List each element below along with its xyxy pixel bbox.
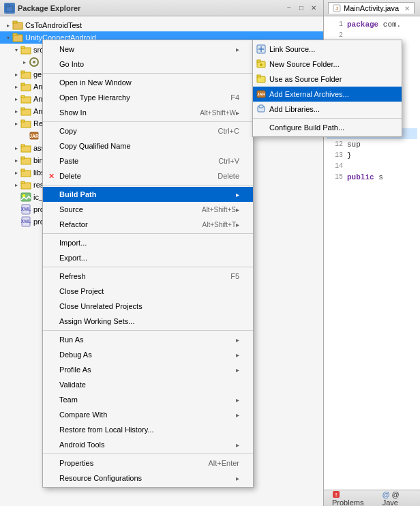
svg-rect-25 — [21, 157, 25, 159]
editor-bottom-bar: ! Problems @ @ Jave — [324, 490, 420, 506]
folder-icon — [20, 44, 31, 55]
submenu-item-use-as-source-folder[interactable]: Use as Source Folder — [253, 72, 402, 87]
submenu-item-new-source-folder[interactable]: New Source Folder... — [253, 57, 402, 72]
no-arrow — [12, 205, 20, 213]
svg-rect-11 — [21, 71, 25, 73]
separator — [43, 267, 253, 267]
separator — [43, 185, 253, 185]
tree-item-label: CsToAndroidTest — [25, 21, 82, 29]
menu-item-validate[interactable]: Validate — [43, 377, 253, 392]
menu-item-compare-with[interactable]: Compare With ▸ — [43, 407, 253, 422]
menu-item-go-into[interactable]: Go Into — [43, 57, 253, 72]
expand-arrow: ▸ — [12, 119, 20, 128]
svg-point-9 — [33, 61, 35, 63]
menu-item-close-project[interactable]: Close Project — [43, 284, 253, 299]
submenu-item-configure-build-path[interactable]: Configure Build Path... — [253, 120, 402, 135]
maximize-button[interactable]: □ — [296, 3, 307, 14]
expand-arrow: ▸ — [12, 83, 20, 91]
menu-item-run-as[interactable]: Run As ▸ — [43, 332, 253, 347]
svg-rect-3 — [13, 21, 17, 23]
menu-item-restore-local[interactable]: Restore from Local History... — [43, 422, 253, 437]
menu-item-export[interactable]: Export... — [43, 250, 253, 265]
problems-tab[interactable]: ! Problems — [328, 488, 373, 506]
menu-item-delete[interactable]: ✕ Delete Delete — [43, 168, 253, 183]
close-button[interactable]: ✕ — [308, 3, 319, 14]
panel-header: Package Explorer − □ ✕ — [0, 0, 323, 16]
submenu-item-add-libraries[interactable]: Add Libraries... — [253, 102, 402, 117]
folder-icon — [20, 179, 31, 190]
menu-item-open-type-hierarchy[interactable]: Open Type Hierarchy F4 — [43, 90, 253, 105]
folder-icon — [20, 81, 31, 92]
svg-rect-48 — [259, 105, 263, 108]
separator — [43, 73, 253, 74]
menu-item-build-path[interactable]: Build Path ▸ — [43, 187, 253, 202]
menu-item-new[interactable]: New ▸ — [43, 42, 253, 57]
menu-item-copy-qualified[interactable]: Copy Qualified Name — [43, 138, 253, 153]
expand-arrow: ▸ — [12, 144, 20, 152]
menu-item-copy[interactable]: Copy Ctrl+C — [43, 123, 253, 138]
svg-rect-15 — [21, 95, 25, 98]
expand-arrow: ▾ — [4, 33, 12, 42]
expand-arrow: ▸ — [12, 181, 20, 189]
tree-item-CsToAndroidTest[interactable]: ▸ CsToAndroidTest — [0, 19, 323, 31]
new-source-folder-icon — [256, 59, 267, 70]
jar-icon: JAR — [29, 130, 40, 141]
menu-item-resource-configs[interactable]: Resource Configurations ▸ — [43, 471, 253, 486]
svg-rect-40 — [257, 60, 260, 62]
menu-item-team[interactable]: Team ▸ — [43, 392, 253, 407]
menu-item-open-new-window[interactable]: Open in New Window — [43, 75, 253, 90]
svg-rect-27 — [21, 169, 25, 171]
expand-arrow: ▸ — [12, 168, 20, 177]
svg-text:XML: XML — [21, 219, 31, 224]
svg-text:JAR: JAR — [257, 92, 266, 96]
no-arrow — [20, 132, 29, 140]
image-icon — [20, 192, 31, 203]
panel-title: Package Explorer — [18, 4, 281, 12]
menu-item-profile-as[interactable]: Profile As ▸ — [43, 362, 253, 377]
separator — [43, 330, 253, 331]
use-as-source-folder-icon — [256, 74, 267, 85]
separator — [253, 118, 402, 119]
java-tab[interactable]: @ @ Jave — [378, 489, 416, 507]
java-file-icon: J — [333, 4, 341, 12]
xml-icon: XML — [20, 216, 31, 227]
separator — [43, 233, 253, 234]
tab-close-icon[interactable]: ✕ — [404, 5, 410, 12]
tab-label: MainActivity.java — [344, 4, 399, 12]
no-arrow — [12, 193, 20, 201]
code-line: 15 public s — [327, 172, 417, 183]
svg-rect-7 — [21, 46, 25, 48]
menu-item-assign-working-sets[interactable]: Assign Working Sets... — [43, 314, 253, 329]
menu-item-properties[interactable]: Properties Alt+Enter — [43, 456, 253, 471]
menu-item-paste[interactable]: Paste Ctrl+V — [43, 153, 253, 168]
submenu-item-link-source[interactable]: Link Source... — [253, 42, 402, 57]
expand-arrow: ▸ — [12, 156, 20, 164]
menu-item-android-tools[interactable]: Android Tools ▸ — [43, 437, 253, 452]
svg-text:JAR: JAR — [29, 134, 39, 138]
expand-arrow: ▸ — [12, 107, 20, 115]
svg-rect-44 — [257, 75, 260, 77]
submenu-item-add-external-archives[interactable]: JAR Add External Archives... — [253, 87, 402, 102]
build-path-submenu: Link Source... New Source Folder... Use … — [252, 40, 402, 137]
svg-rect-13 — [21, 83, 25, 85]
expand-arrow: ▾ — [12, 46, 20, 54]
project-icon — [12, 32, 23, 43]
menu-item-show-in[interactable]: Show In Alt+Shift+W ▸ — [43, 105, 253, 120]
editor-tab[interactable]: J MainActivity.java ✕ — [328, 2, 415, 14]
svg-rect-19 — [21, 120, 25, 122]
folder-icon — [20, 143, 31, 153]
folder-icon — [20, 167, 31, 178]
menu-item-refactor[interactable]: Refactor Alt+Shift+T ▸ — [43, 217, 253, 232]
folder-icon — [20, 93, 31, 104]
minimize-button[interactable]: − — [284, 3, 295, 14]
menu-item-close-unrelated[interactable]: Close Unrelated Projects — [43, 299, 253, 314]
link-source-icon — [256, 44, 267, 55]
menu-item-debug-as[interactable]: Debug As ▸ — [43, 347, 253, 362]
expand-arrow: ▸ — [12, 70, 20, 78]
menu-item-refresh[interactable]: Refresh F5 — [43, 269, 253, 284]
menu-item-import[interactable]: Import... — [43, 235, 253, 250]
package-explorer-panel: Package Explorer − □ ✕ ▸ CsToAndroidTest… — [0, 0, 324, 506]
menu-item-source[interactable]: Source Alt+Shift+S ▸ — [43, 202, 253, 217]
project-icon — [12, 20, 23, 31]
svg-rect-17 — [21, 108, 25, 110]
